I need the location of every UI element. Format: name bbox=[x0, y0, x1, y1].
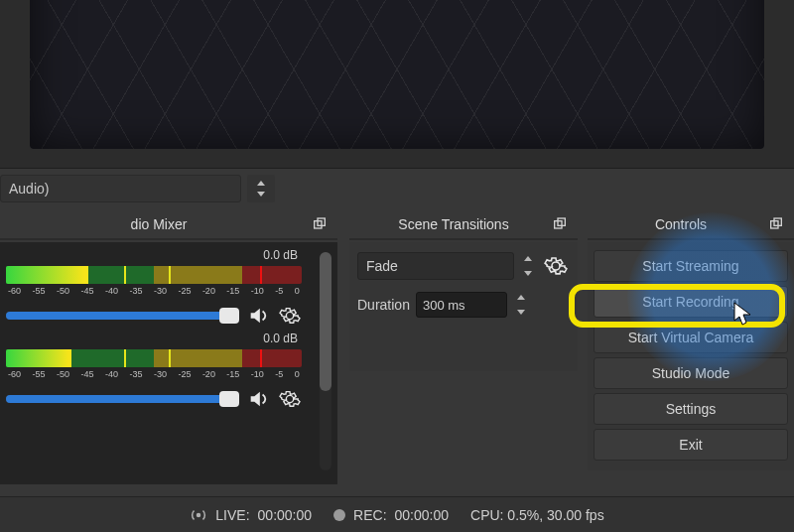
channel-controls bbox=[6, 304, 302, 328]
audio-mixer-panel: 0.0 dB -60-55-50-45-40-35-30-25-20-15-10… bbox=[0, 242, 337, 484]
audio-mixer-title: dio Mixer bbox=[8, 216, 310, 232]
popout-icon[interactable] bbox=[310, 214, 330, 234]
meter-level bbox=[6, 349, 71, 367]
volume-slider[interactable] bbox=[6, 395, 238, 403]
rec-label: REC: bbox=[353, 507, 386, 523]
controls-panel: Start Streaming Start Recording Start Vi… bbox=[588, 242, 794, 470]
meter-scale: -60-55-50-45-40-35-30-25-20-15-10-50 bbox=[6, 286, 302, 296]
speaker-icon[interactable] bbox=[246, 387, 270, 411]
speaker-icon[interactable] bbox=[246, 304, 270, 328]
transition-value: Fade bbox=[366, 258, 398, 274]
audio-meter bbox=[6, 266, 302, 284]
broadcast-icon bbox=[190, 506, 207, 524]
start-streaming-button[interactable]: Start Streaming bbox=[594, 250, 788, 282]
transition-select[interactable]: Fade bbox=[357, 252, 514, 280]
scene-transitions-panel: Fade Duration 300 ms bbox=[349, 242, 578, 371]
scene-transitions-title: Scene Transitions bbox=[357, 216, 550, 232]
live-time: 00:00:00 bbox=[258, 507, 313, 523]
status-bar: LIVE: 00:00:00 REC: 00:00:00 CPU: 0.5%, … bbox=[0, 496, 794, 532]
popout-icon[interactable] bbox=[766, 214, 786, 234]
scene-transitions-header: Scene Transitions bbox=[349, 210, 578, 240]
gear-icon[interactable] bbox=[542, 252, 570, 280]
controls-title: Controls bbox=[596, 216, 766, 232]
preview-canvas[interactable] bbox=[30, 0, 764, 149]
transition-spinner[interactable] bbox=[520, 253, 536, 279]
record-dot-icon bbox=[333, 509, 345, 521]
audio-source-label: Audio) bbox=[9, 181, 49, 197]
audio-mixer-header: dio Mixer bbox=[0, 210, 337, 240]
duration-spinner[interactable] bbox=[513, 292, 529, 318]
controls-header: Controls bbox=[588, 210, 794, 240]
channel-db: 0.0 dB bbox=[263, 248, 298, 262]
cpu-indicator: CPU: 0.5%, 30.00 fps bbox=[470, 507, 604, 523]
meter-scale: -60-55-50-45-40-35-30-25-20-15-10-50 bbox=[6, 369, 302, 379]
rec-indicator: REC: 00:00:00 bbox=[333, 507, 449, 523]
live-indicator: LIVE: 00:00:00 bbox=[190, 506, 312, 524]
exit-button[interactable]: Exit bbox=[594, 429, 788, 461]
svg-point-6 bbox=[197, 512, 201, 517]
rec-time: 00:00:00 bbox=[395, 507, 450, 523]
audio-meter bbox=[6, 349, 302, 367]
duration-label: Duration bbox=[357, 297, 410, 313]
channel-db: 0.0 dB bbox=[263, 332, 298, 345]
studio-mode-button[interactable]: Studio Mode bbox=[594, 357, 788, 389]
meter-level bbox=[6, 266, 88, 284]
preview-area bbox=[0, 0, 794, 169]
channel-controls bbox=[6, 387, 302, 411]
audio-source-row: Audio) bbox=[0, 174, 275, 203]
gear-icon[interactable] bbox=[278, 304, 302, 328]
mixer-channel: 0.0 dB -60-55-50-45-40-35-30-25-20-15-10… bbox=[0, 248, 331, 332]
settings-button[interactable]: Settings bbox=[594, 393, 788, 425]
mixer-channel: 0.0 dB -60-55-50-45-40-35-30-25-20-15-10… bbox=[0, 332, 331, 415]
live-label: LIVE: bbox=[215, 507, 249, 523]
audio-source-spinner[interactable] bbox=[247, 175, 275, 202]
audio-source-select[interactable]: Audio) bbox=[0, 175, 241, 202]
mixer-scrollbar[interactable] bbox=[320, 252, 331, 470]
popout-icon[interactable] bbox=[550, 214, 570, 234]
duration-value: 300 ms bbox=[423, 298, 465, 313]
duration-input[interactable]: 300 ms bbox=[416, 292, 507, 318]
start-virtual-camera-button[interactable]: Start Virtual Camera bbox=[594, 322, 788, 353]
volume-slider[interactable] bbox=[6, 312, 238, 320]
cpu-text: CPU: 0.5%, 30.00 fps bbox=[470, 507, 604, 523]
start-recording-button[interactable]: Start Recording bbox=[594, 286, 788, 318]
scrollbar-thumb[interactable] bbox=[320, 252, 331, 391]
gear-icon[interactable] bbox=[278, 387, 302, 411]
